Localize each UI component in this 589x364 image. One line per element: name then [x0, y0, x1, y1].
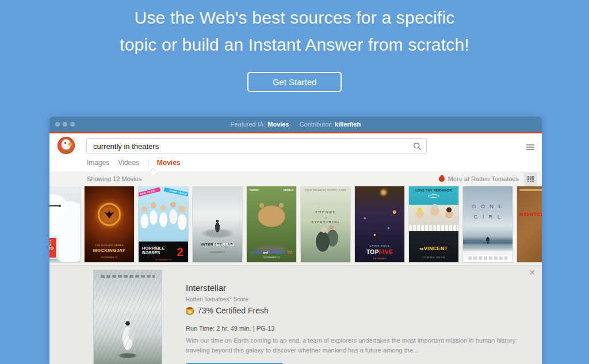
search-input[interactable]	[86, 138, 427, 154]
halo-icon	[428, 194, 439, 198]
tab-images[interactable]: Images	[87, 159, 109, 167]
featured-ia-label: Featured IA:	[231, 121, 266, 128]
movie-poster-gone-girl[interactable]: G O N E G I R L	[463, 186, 512, 262]
window-title: Featured IA: Movies Contributor: killerf…	[49, 117, 542, 132]
poster-tagline: LOVE THY NEIGHBOR	[409, 189, 458, 192]
poster-date: NOVEMBER 21	[85, 256, 134, 259]
poster-title-line-2: EVERYTHING	[301, 220, 350, 224]
poster-title-of: of	[301, 216, 350, 219]
page-title: Use the Web's best sources for a specifi…	[0, 4, 589, 58]
movie-title: Interstellar	[186, 283, 531, 293]
poster-title: HORRIBLEBOSSES	[142, 246, 165, 255]
grid-view-icon[interactable]	[524, 173, 537, 186]
results-count: Showing 12 Movies	[87, 175, 141, 182]
duck-eye-icon	[64, 142, 66, 144]
contributor-label: Contributor:	[300, 121, 332, 128]
results-bar: Showing 12 Movies More at Rotten Tomatoe…	[49, 171, 542, 186]
poster-tagline: THE HUNGER GAMES	[85, 244, 134, 247]
movie-detail-panel: ✕ INTERSTELLAR Interstellar Rotten Tomat…	[49, 265, 542, 364]
poster-date: NOVEMBER 26	[139, 258, 188, 261]
featured-ia-value: Movies	[267, 121, 289, 128]
poster-title-badge: DisneyBIGHERO6	[49, 237, 58, 259]
search-box	[86, 138, 427, 154]
picket-fence-art	[409, 225, 458, 231]
poster-title: DUMBandDUMBER TO	[247, 250, 296, 254]
poster-title: TOPFIVE	[355, 249, 404, 255]
more-at-rotten-tomatoes-link[interactable]: More at Rotten Tomatoes	[448, 175, 519, 182]
tab-videos[interactable]: Videos	[118, 159, 139, 167]
poster-title-line-2: G I R L	[463, 214, 512, 220]
poster-date: COMING SOON	[409, 256, 458, 259]
runtime-rating: Run Time: 2 hr. 49 min. | PG-13	[186, 325, 531, 332]
poster-date: DECEMBER	[355, 257, 404, 260]
poster-actors: EDDIE REDMAYNE FELICITY JONES	[301, 189, 350, 191]
heading-line-1: Use the Web's best sources for a specifi…	[0, 4, 589, 31]
poster-title: NIGHTCRAWLER	[519, 212, 542, 217]
movie-poster-top-five[interactable]: CHRIS ROCK TOPFIVE DECEMBER	[355, 186, 404, 262]
score-value: 73% Certified Fresh	[197, 306, 269, 315]
poster-title: INTERSTELLAR	[193, 243, 242, 246]
get-started-button[interactable]: Get Started	[247, 72, 342, 92]
search-header: Images Videos Movies	[49, 133, 542, 171]
poster-title: MOCKINGJAY	[85, 248, 134, 253]
poster-title: ST.VINCENT	[409, 242, 458, 252]
hero-section: Use the Web's best sources for a specifi…	[0, 0, 589, 92]
movie-poster-horrible-bosses-2[interactable]: NEW CREW SAME TOOLS HORRIBLEBOSSES 2 NOV…	[139, 186, 188, 262]
close-icon[interactable]: ✕	[529, 269, 536, 277]
browser-window: Featured IA: Movies Contributor: killerf…	[49, 117, 542, 364]
duckduckgo-logo-icon[interactable]	[58, 137, 75, 154]
movie-poster-dumb-and-dumber-to[interactable]: CARREY DANIELS DUMBandDUMBER TO NOVEMBER…	[247, 186, 296, 262]
poster-art	[94, 270, 162, 364]
movie-poster-big-hero-6[interactable]: DisneyBIGHERO6	[49, 186, 80, 262]
movie-poster-theory-of-everything[interactable]: EDDIE REDMAYNE FELICITY JONES THEORY of …	[301, 186, 350, 262]
poster-art	[301, 186, 350, 262]
poster-date: NOVEMBER 14	[247, 256, 296, 259]
movie-poster-mockingjay[interactable]: THE HUNGER GAMES MOCKINGJAY NOVEMBER 21	[85, 186, 134, 262]
poster-actor-right: DANIELS	[283, 189, 293, 191]
poster-art	[463, 186, 512, 262]
movie-carousel: DisneyBIGHERO6 THE HUNGER GAMES MOCKINGJ…	[49, 186, 542, 263]
horizon-line-art	[463, 242, 512, 242]
heading-line-2: topic or build an Instant Answer from sc…	[0, 31, 589, 58]
detail-movie-poster[interactable]: INTERSTELLAR	[94, 270, 162, 364]
menu-icon[interactable]	[526, 144, 534, 150]
poster-credits-art	[101, 275, 155, 278]
rotten-tomatoes-score-label: Rotten Tomatoes© Score	[186, 296, 531, 302]
mockingjay-emblem-icon	[98, 203, 121, 226]
poster-date: NOVEMBER 7	[193, 251, 242, 254]
duck-bowtie-icon	[65, 151, 68, 152]
tab-movies[interactable]: Movies	[157, 159, 181, 167]
movie-poster-interstellar[interactable]: INTERSTELLAR NOVEMBER 7	[193, 186, 242, 262]
poster-actor: CHRIS ROCK	[355, 244, 404, 247]
poster-number: 2	[177, 246, 183, 258]
movie-description: With our time on Earth coming to an end,…	[186, 336, 521, 355]
movie-poster-st-vincent[interactable]: LOVE THY NEIGHBOR ST.VINCENT COMING SOON	[409, 186, 458, 262]
score-row: 73% Certified Fresh	[186, 306, 531, 315]
contributor-value: killerfish	[335, 121, 361, 128]
result-tabs: Images Videos Movies	[87, 159, 181, 167]
promo-page: Use the Web's best sources for a specifi…	[0, 0, 589, 364]
poster-top-text-art	[519, 189, 542, 191]
movie-poster-nightcrawler[interactable]: NIGHTCRAWLER	[517, 186, 542, 262]
poster-credits-art	[468, 256, 508, 260]
results-area: Showing 12 Movies More at Rotten Tomatoe…	[49, 171, 542, 364]
search-icon[interactable]	[413, 142, 422, 151]
poster-art	[517, 186, 542, 262]
tomato-icon	[439, 176, 445, 182]
poster-actor-left: CARREY	[250, 189, 259, 191]
certified-fresh-icon	[186, 307, 194, 315]
poster-title-line-1: THEORY	[301, 210, 350, 214]
tab-divider	[148, 159, 148, 167]
detail-info: Interstellar Rotten Tomatoes© Score 73% …	[186, 283, 531, 364]
window-titlebar: Featured IA: Movies Contributor: killerf…	[49, 117, 542, 132]
poster-title-line-1: G O N E	[463, 204, 512, 209]
